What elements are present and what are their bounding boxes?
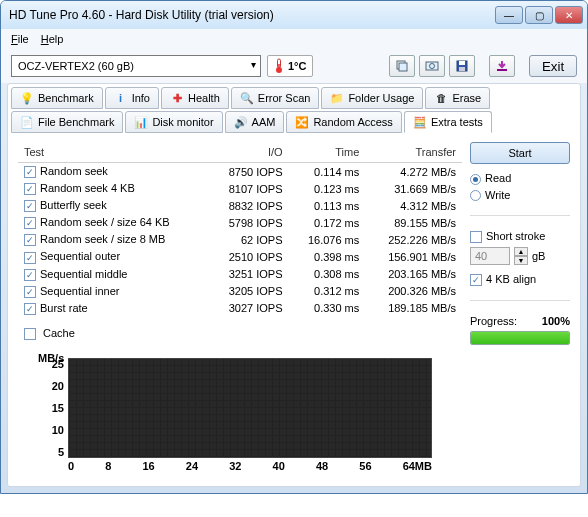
xtick: 40 — [273, 460, 285, 472]
test-name: Sequential inner — [40, 285, 120, 297]
speaker-icon: 🔊 — [234, 115, 248, 129]
table-row[interactable]: ✓Sequential outer2510 IOPS0.398 ms156.90… — [18, 248, 462, 265]
tab-erase[interactable]: 🗑Erase — [425, 87, 490, 109]
read-radio[interactable]: Read — [470, 172, 570, 185]
menu-file[interactable]: File — [11, 33, 29, 45]
transfer-value: 89.155 MB/s — [365, 214, 462, 231]
toolbar: OCZ-VERTEX2 (60 gB) 1°C Exit — [1, 49, 587, 83]
tab-health[interactable]: ✚Health — [161, 87, 229, 109]
maximize-button[interactable]: ▢ — [525, 6, 553, 24]
ytick: 25 — [46, 358, 64, 370]
spin-down[interactable]: ▼ — [514, 256, 528, 265]
io-value: 8750 IOPS — [209, 163, 289, 181]
menubar: File Help — [1, 29, 587, 49]
short-stroke-checkbox[interactable]: Short stroke — [470, 230, 570, 243]
test-name: Random seek — [40, 165, 108, 177]
ytick: 5 — [46, 446, 64, 458]
xtick: 48 — [316, 460, 328, 472]
row-checkbox[interactable]: ✓ — [24, 217, 36, 229]
row-checkbox[interactable]: ✓ — [24, 166, 36, 178]
tabs-row-2: 📄File Benchmark 📊Disk monitor 🔊AAM 🔀Rand… — [10, 110, 578, 134]
svg-rect-10 — [497, 69, 507, 71]
close-button[interactable]: ✕ — [555, 6, 583, 24]
info-icon: i — [114, 91, 128, 105]
table-row[interactable]: ✓Random seek 4 KB8107 IOPS0.123 ms31.669… — [18, 180, 462, 197]
transfer-value: 4.272 MB/s — [365, 163, 462, 181]
svg-rect-2 — [278, 64, 280, 70]
tab-folder-usage[interactable]: 📁Folder Usage — [321, 87, 423, 109]
table-row[interactable]: ✓Random seek8750 IOPS0.114 ms4.272 MB/s — [18, 163, 462, 181]
row-checkbox[interactable]: ✓ — [24, 252, 36, 264]
row-checkbox[interactable]: ✓ — [24, 183, 36, 195]
drive-select-text: OCZ-VERTEX2 (60 gB) — [18, 60, 134, 72]
chart-icon: 📊 — [134, 115, 148, 129]
trash-icon: 🗑 — [434, 91, 448, 105]
table-row[interactable]: ✓Sequential middle3251 IOPS0.308 ms203.1… — [18, 266, 462, 283]
xtick: 16 — [142, 460, 154, 472]
row-checkbox[interactable]: ✓ — [24, 200, 36, 212]
transfer-value: 200.326 MB/s — [365, 283, 462, 300]
progress-bar — [470, 331, 570, 345]
io-value: 5798 IOPS — [209, 214, 289, 231]
xtick: 64MB — [403, 460, 432, 472]
table-row[interactable]: ✓Random seek / size 8 MB62 IOPS16.076 ms… — [18, 231, 462, 248]
download-icon[interactable] — [489, 55, 515, 77]
tab-error-scan[interactable]: 🔍Error Scan — [231, 87, 320, 109]
col-transfer[interactable]: Transfer — [365, 142, 462, 163]
tab-extra-tests[interactable]: 🧮Extra tests — [404, 111, 492, 133]
tab-random-access[interactable]: 🔀Random Access — [286, 111, 401, 133]
test-name: Random seek / size 64 KB — [40, 216, 170, 228]
col-time[interactable]: Time — [289, 142, 366, 163]
cache-label: Cache — [43, 327, 75, 339]
exit-button[interactable]: Exit — [529, 55, 577, 77]
ytick: 15 — [46, 402, 64, 414]
tab-info[interactable]: iInfo — [105, 87, 159, 109]
magnifier-icon: 🔍 — [240, 91, 254, 105]
table-row[interactable]: ✓Random seek / size 64 KB5798 IOPS0.172 … — [18, 214, 462, 231]
row-checkbox[interactable]: ✓ — [24, 286, 36, 298]
row-checkbox[interactable]: ✓ — [24, 303, 36, 315]
tab-disk-monitor[interactable]: 📊Disk monitor — [125, 111, 222, 133]
col-test[interactable]: Test — [18, 142, 209, 163]
transfer-value: 252.226 MB/s — [365, 231, 462, 248]
io-value: 8832 IOPS — [209, 197, 289, 214]
cache-checkbox[interactable] — [24, 328, 36, 340]
tab-aam[interactable]: 🔊AAM — [225, 111, 285, 133]
align-4kb-checkbox[interactable]: ✓4 KB align — [470, 273, 570, 286]
table-row[interactable]: ✓Sequential inner3205 IOPS0.312 ms200.32… — [18, 283, 462, 300]
health-icon: ✚ — [170, 91, 184, 105]
tab-file-benchmark[interactable]: 📄File Benchmark — [11, 111, 123, 133]
progress-label: Progress: — [470, 315, 517, 327]
menu-help[interactable]: Help — [41, 33, 64, 45]
col-io[interactable]: I/O — [209, 142, 289, 163]
start-button[interactable]: Start — [470, 142, 570, 164]
random-icon: 🔀 — [295, 115, 309, 129]
svg-rect-8 — [459, 61, 465, 65]
table-row[interactable]: ✓Butterfly seek8832 IOPS0.113 ms4.312 MB… — [18, 197, 462, 214]
calc-icon: 🧮 — [413, 115, 427, 129]
row-checkbox[interactable]: ✓ — [24, 234, 36, 246]
save-icon[interactable] — [449, 55, 475, 77]
write-radio[interactable]: Write — [470, 189, 570, 202]
screenshot-icon[interactable] — [419, 55, 445, 77]
time-value: 0.398 ms — [289, 248, 366, 265]
minimize-button[interactable]: — — [495, 6, 523, 24]
chart-canvas — [68, 358, 432, 458]
transfer-value: 4.312 MB/s — [365, 197, 462, 214]
titlebar: HD Tune Pro 4.60 - Hard Disk Utility (tr… — [1, 1, 587, 29]
row-checkbox[interactable]: ✓ — [24, 269, 36, 281]
drive-select[interactable]: OCZ-VERTEX2 (60 gB) — [11, 55, 261, 77]
tests-table: Test I/O Time Transfer ✓Random seek8750 … — [18, 142, 462, 317]
io-value: 3251 IOPS — [209, 266, 289, 283]
copy-icon[interactable] — [389, 55, 415, 77]
table-row[interactable]: ✓Burst rate3027 IOPS0.330 ms189.185 MB/s — [18, 300, 462, 317]
xtick: 32 — [229, 460, 241, 472]
short-stroke-value[interactable] — [470, 247, 510, 265]
time-value: 0.312 ms — [289, 283, 366, 300]
thermometer-icon — [274, 58, 284, 74]
spin-up[interactable]: ▲ — [514, 247, 528, 256]
ytick: 10 — [46, 424, 64, 436]
time-value: 0.123 ms — [289, 180, 366, 197]
time-value: 0.114 ms — [289, 163, 366, 181]
tab-benchmark[interactable]: 💡Benchmark — [11, 87, 103, 109]
